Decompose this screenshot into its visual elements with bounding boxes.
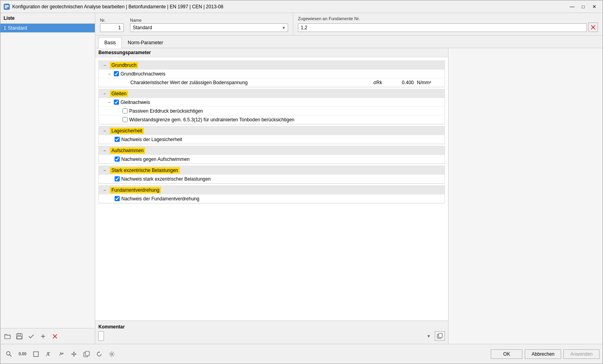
ok-button[interactable]: OK — [491, 349, 522, 359]
list-item[interactable]: 1 Standard — [0, 24, 95, 32]
nachweis-aufschwimmen-label: Nachweis gegen Aufschwimmen — [121, 157, 190, 162]
grundbruchnachweis-row: − Grundbruchnachweis — [99, 70, 445, 78]
kommentar-select[interactable] — [98, 331, 104, 341]
grundbruchnachweis-checkbox[interactable] — [114, 71, 119, 76]
svg-rect-1 — [5, 5, 9, 6]
params-main: Bemessungsparameter − Grundbruch − — [95, 48, 448, 344]
window-title: Konfiguration der geotechnischen Analyse… — [12, 4, 567, 9]
name-label: Name — [130, 18, 288, 23]
minimize-button[interactable]: — — [567, 3, 577, 11]
list-item-number: 1 — [4, 25, 6, 31]
section-aufschwimmen: − Aufschwimmen Nachweis gegen Aufschwimm… — [98, 146, 445, 164]
kommentar-select-wrapper — [98, 331, 433, 341]
nachweis-exzentrisch-check[interactable]: Nachweis stark exzentrischer Belastungen — [115, 176, 211, 182]
copy-tool-btn[interactable] — [81, 349, 92, 360]
name-select[interactable]: Standard — [130, 23, 288, 32]
widerstandsgrenze-checkbox[interactable] — [122, 117, 128, 122]
nachweis-aufschwimmen-check[interactable]: Nachweis gegen Aufschwimmen — [115, 157, 190, 162]
move-icon — [71, 351, 77, 357]
grundbruch-collapse[interactable]: − — [102, 63, 107, 68]
anwenden-button[interactable]: Anwenden — [563, 349, 599, 359]
section-stark-exzentrische: − Stark exzentrische Belastungen Nachwei… — [98, 166, 445, 184]
clear-icon — [590, 25, 596, 30]
delete-btn[interactable] — [49, 331, 60, 342]
zugewiesen-input[interactable] — [298, 23, 587, 32]
gleiten-collapse[interactable]: − — [102, 91, 107, 96]
tab-norm-parameter[interactable]: Norm-Parameter — [122, 37, 169, 48]
check-btn[interactable] — [26, 331, 37, 342]
nachweis-lagesicherheit-check[interactable]: Nachweis der Lagesicherheit — [115, 137, 182, 142]
nachweis-fundamentverdrehung-checkbox[interactable] — [115, 196, 120, 201]
nachweis-exzentrisch-checkbox[interactable] — [115, 176, 120, 181]
kommentar-copy-btn[interactable] — [435, 331, 445, 341]
aufschwimmen-content: Nachweis gegen Aufschwimmen — [99, 155, 445, 164]
gleitnachweis-check[interactable]: Gleitnachweis — [114, 100, 150, 105]
passiven-erddruck-check[interactable]: Passiven Erddruck berücksichtigen — [122, 108, 203, 114]
widerstandsgrenze-row: Widerstandsgrenze gem. 6.5.3(12) für und… — [99, 115, 445, 124]
nachweis-aufschwimmen-checkbox[interactable] — [115, 157, 120, 162]
pointer-icon — [58, 351, 64, 357]
passiven-erddruck-checkbox[interactable] — [122, 108, 128, 113]
tabs-bar: Basis Norm-Parameter — [95, 36, 603, 48]
kommentar-area: Kommentar — [95, 321, 448, 344]
grundbruch-title: Grundbruch — [110, 62, 138, 68]
nachweis-lagesicherheit-checkbox[interactable] — [115, 137, 120, 142]
lagesicherheit-collapse[interactable]: − — [102, 128, 107, 133]
fundamentverdrehung-collapse[interactable]: − — [102, 188, 107, 192]
stark-exzentrische-header: − Stark exzentrische Belastungen — [99, 166, 445, 175]
zugewiesen-clear-btn[interactable] — [588, 23, 598, 32]
widerstandsgrenze-check[interactable]: Widerstandsgrenze gem. 6.5.3(12) für und… — [122, 117, 294, 123]
bemessungsparameter-header: Bemessungsparameter — [95, 48, 448, 57]
content-split: Bemessungsparameter − Grundbruch − — [95, 48, 603, 344]
maximize-button[interactable]: □ — [578, 3, 588, 11]
aufschwimmen-collapse[interactable]: − — [102, 148, 107, 153]
bodenspannung-symbol: σRk — [354, 80, 385, 85]
text-tool-btn[interactable]: A — [43, 349, 54, 360]
nachweis-lagesicherheit-row: Nachweis der Lagesicherheit — [99, 135, 445, 144]
stark-exzentrische-collapse[interactable]: − — [102, 168, 107, 173]
nachweis-exzentrisch-row: Nachweis stark exzentrischer Belastungen — [99, 175, 445, 183]
box-tool-btn[interactable] — [30, 349, 41, 360]
nachweis-fundamentverdrehung-check[interactable]: Nachweis der Fundamentverdrehung — [115, 196, 199, 202]
save-btn[interactable] — [14, 331, 25, 342]
fundamentverdrehung-title: Fundamentverdrehung — [110, 187, 161, 193]
grundbruchnachweis-collapse[interactable]: − — [107, 72, 112, 76]
refresh-tool-btn[interactable] — [94, 349, 105, 360]
bodenspannung-unit: N/mm² — [417, 80, 445, 85]
uncheck-btn[interactable] — [38, 331, 49, 342]
tab-basis[interactable]: Basis — [98, 37, 122, 48]
box-icon — [33, 351, 39, 357]
abbrechen-button[interactable]: Abbrechen — [525, 349, 561, 359]
app-icon — [4, 4, 10, 10]
section-lagesicherheit: − Lagesicherheit Nachweis der Lagesicher… — [98, 126, 445, 144]
svg-rect-17 — [34, 352, 38, 356]
zugewiesen-label: Zugewiesen an Fundamente Nr. — [298, 16, 598, 21]
fundamentverdrehung-content: Nachweis der Fundamentverdrehung — [99, 194, 445, 203]
kommentar-label: Kommentar — [98, 324, 445, 330]
open-folder-btn[interactable] — [2, 331, 13, 342]
nachweis-lagesicherheit-label: Nachweis der Lagesicherheit — [121, 137, 182, 142]
main-window: Konfiguration der geotechnischen Analyse… — [0, 0, 603, 364]
move-tool-btn[interactable] — [68, 349, 79, 360]
gleitnachweis-collapse[interactable]: − — [107, 100, 112, 105]
number-tool-btn[interactable]: 0.00 — [16, 349, 29, 360]
pointer-tool-btn[interactable] — [56, 349, 67, 360]
search-tool-btn[interactable] — [4, 349, 15, 360]
gleiten-header: − Gleiten — [99, 89, 445, 98]
window-controls: — □ ✕ — [567, 3, 599, 11]
section-grundbruch: − Grundbruch − Grundbruchnachweis — [98, 60, 445, 87]
grundbruchnachweis-check[interactable]: Grundbruchnachweis — [114, 71, 165, 77]
close-button[interactable]: ✕ — [589, 3, 599, 11]
nachweis-fundamentverdrehung-label: Nachweis der Fundamentverdrehung — [121, 196, 199, 202]
bodenspannung-value: 0.400 — [385, 80, 417, 85]
list-container: 1 Standard — [0, 24, 95, 328]
gleitnachweis-checkbox[interactable] — [114, 100, 119, 105]
passiven-erddruck-row: Passiven Erddruck berücksichtigen — [99, 107, 445, 115]
check-icon — [28, 333, 34, 339]
settings-tool-btn[interactable] — [106, 349, 117, 360]
grundbruch-content: − Grundbruchnachweis — [99, 70, 445, 87]
nr-input[interactable]: 1 — [100, 23, 124, 32]
svg-rect-3 — [5, 8, 7, 8]
section-fundamentverdrehung: − Fundamentverdrehung Nachweis der Funda… — [98, 185, 445, 204]
main-content: Liste 1 Standard — [0, 13, 603, 344]
